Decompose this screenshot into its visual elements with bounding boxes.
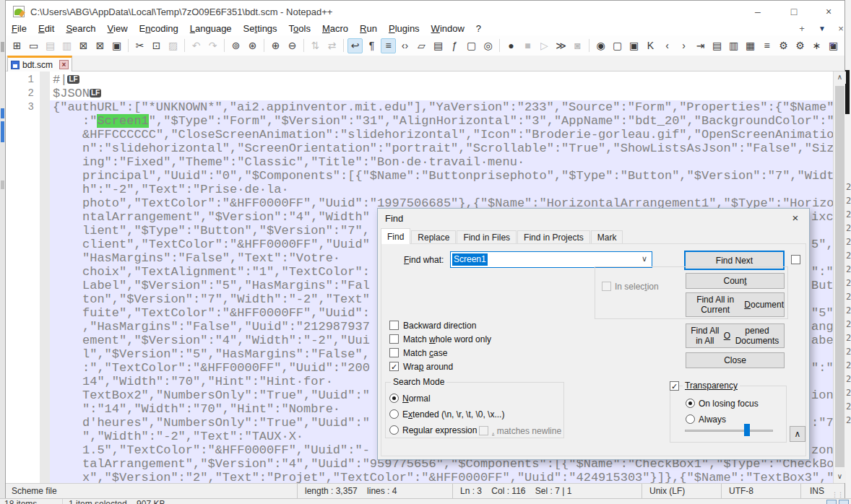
transparency-slider[interactable] [685, 430, 773, 432]
close-icon[interactable]: ⊠ [76, 38, 91, 53]
monitor-icon[interactable]: ▢ [464, 38, 479, 53]
close-tab-button[interactable]: × [834, 23, 848, 35]
count-button[interactable]: Count [686, 273, 785, 289]
match-case-checkbox[interactable] [389, 348, 399, 357]
plugin-import2-icon[interactable]: ▥ [726, 38, 741, 53]
search-mode-extended-radio[interactable] [389, 409, 399, 419]
menu-file[interactable]: File [6, 22, 33, 35]
find-dialog-close-icon[interactable]: × [789, 212, 802, 224]
plugin-prev-icon[interactable]: ‹ [660, 38, 675, 53]
find-dialog-tab-replace[interactable]: Replace [411, 230, 456, 244]
combo-dropdown-icon[interactable]: ∨ [642, 254, 647, 264]
scroll-up-icon[interactable]: ∧ [834, 71, 846, 84]
scroll-down-icon[interactable]: ∨ [834, 471, 846, 483]
find-icon[interactable]: ⊚ [228, 38, 243, 53]
plugin-settings-icon[interactable]: ⚙ [776, 38, 791, 53]
close-all-icon[interactable]: ⊠ [92, 38, 108, 53]
close-button[interactable]: Close [686, 352, 785, 368]
plugin-next-icon[interactable]: › [676, 38, 691, 53]
indent-guide-icon[interactable]: ≡ [381, 38, 396, 53]
menu-run[interactable]: Run [354, 22, 383, 35]
menu-tools[interactable]: Tools [283, 22, 316, 35]
menu-help[interactable]: ? [470, 22, 487, 35]
minimize-button[interactable]: – [743, 1, 773, 22]
match-whole-word-checkbox[interactable] [389, 334, 399, 344]
backward-direction-checkbox[interactable] [389, 321, 399, 330]
plugin-doc1-icon[interactable]: ▢ [610, 38, 625, 53]
macro-record-icon[interactable]: ● [504, 38, 519, 53]
plugin-list-icon[interactable]: ≡ [759, 38, 774, 53]
explorer-view-thumb-icon[interactable] [839, 500, 849, 504]
titlebar[interactable]: C:\Users\ABG\AppData\Local\Temp\7zO09E6F… [6, 1, 844, 22]
menu-window[interactable]: Window [426, 22, 470, 35]
plugin-misc-icon[interactable]: ∗ [809, 38, 824, 53]
bookmark-margin[interactable] [40, 71, 50, 483]
menu-macro[interactable]: Macro [316, 22, 354, 35]
print-icon[interactable]: ▣ [109, 38, 124, 53]
two-buttons-mode-checkbox[interactable] [791, 255, 800, 264]
menu-plugins[interactable]: Plugins [383, 22, 426, 35]
menubar: FileEditSearchViewEncodingLanguageSettin… [6, 22, 844, 35]
find-all-opened-button[interactable]: Find All in All Opened Documents [686, 323, 785, 348]
plugin-gears-icon[interactable]: ⚙ [792, 38, 808, 53]
menu-search[interactable]: Search [60, 22, 101, 35]
sync-vertical-icon: ⇅ [308, 38, 323, 53]
background-line-number: 2 [846, 292, 851, 305]
find-dialog-titlebar[interactable]: Find × [378, 209, 809, 228]
menu-language[interactable]: Language [184, 22, 238, 35]
collapse-dialog-button[interactable]: ∧ [790, 426, 805, 442]
word-wrap-icon[interactable]: ↩ [347, 38, 363, 53]
plugin-import1-icon[interactable]: ▤ [709, 38, 725, 53]
zoom-in-icon[interactable]: ⊕ [268, 38, 283, 53]
search-mode-regex-radio[interactable] [389, 425, 399, 435]
macro-run-multiple-icon[interactable]: ≫ [553, 38, 569, 53]
statusbar-resize-grip [835, 484, 844, 498]
find-dialog-tab-find[interactable]: Find [381, 228, 410, 244]
menu-settings[interactable]: Settings [238, 22, 283, 35]
plugin-import3-icon[interactable]: ▦ [743, 38, 758, 53]
search-mode-extended-label: Extended (\n, \r, \t, \0, \x...) [402, 409, 504, 420]
find-dialog-tab-mark[interactable]: Mark [591, 230, 623, 244]
maximize-button[interactable]: □ [779, 1, 809, 22]
show-all-characters-icon[interactable]: ¶ [364, 38, 379, 53]
menu-view[interactable]: View [102, 22, 134, 35]
editor-vertical-scrollbar[interactable]: ∧ ∨ [833, 71, 845, 483]
transparency-slider-thumb[interactable] [744, 424, 750, 436]
tab-list-button[interactable]: ▼ [815, 23, 829, 35]
explorer-view-list-icon[interactable] [826, 500, 837, 504]
new-tab-button[interactable]: + [795, 23, 809, 35]
plugin-jump-icon[interactable]: ⇥ [693, 38, 708, 53]
menu-encoding[interactable]: Encoding [134, 22, 184, 35]
open-file-icon[interactable]: ▭ [26, 38, 41, 53]
editor-row: n":"slidehorizontal","ScreenOrientation"… [50, 142, 833, 155]
zoom-out-icon[interactable]: ⊖ [285, 38, 300, 53]
tab-bdt-scm[interactable]: bdt.scm × [7, 56, 72, 71]
document-map-icon[interactable]: ▱ [414, 38, 429, 53]
tab-close-icon[interactable]: × [59, 60, 69, 69]
plugin-doc2-icon[interactable]: ▣ [626, 38, 642, 53]
toolbar-overflow-icon[interactable]: » [829, 38, 834, 49]
function-list-icon[interactable]: ƒ [447, 38, 462, 53]
view-icon[interactable]: ◎ [480, 38, 496, 53]
find-dialog-tab-find-in-projects[interactable]: Find in Projects [517, 230, 590, 244]
plugin-compare-icon[interactable]: ◉ [593, 38, 608, 53]
replace-icon[interactable]: ⊛ [245, 38, 260, 53]
new-file-icon[interactable]: ⊞ [9, 38, 25, 53]
window-close-button[interactable]: × [813, 1, 844, 22]
copy-icon[interactable]: ⊡ [149, 38, 164, 53]
menu-edit[interactable]: Edit [33, 22, 60, 35]
transparency-on-losing-focus-radio[interactable] [686, 399, 695, 408]
find-what-input[interactable]: Screen1 ∨ [450, 251, 652, 268]
document-list-icon[interactable]: ▤ [431, 38, 446, 53]
find-dialog-tab-find-in-files[interactable]: Find in Files [457, 230, 517, 244]
background-line-number: 2 [846, 251, 851, 264]
transparency-checkbox[interactable] [670, 381, 679, 391]
scrollbar-thumb[interactable] [835, 86, 844, 467]
code-folding-icon[interactable]: ‹› [397, 38, 412, 53]
find-all-current-button[interactable]: Find All in Current Document [686, 292, 785, 317]
plugin-k-icon[interactable]: K [643, 38, 658, 53]
transparency-always-radio[interactable] [686, 414, 695, 424]
wrap-around-checkbox[interactable] [389, 362, 399, 371]
search-mode-normal-radio[interactable] [389, 394, 399, 403]
cut-icon[interactable]: ✂ [132, 38, 147, 53]
